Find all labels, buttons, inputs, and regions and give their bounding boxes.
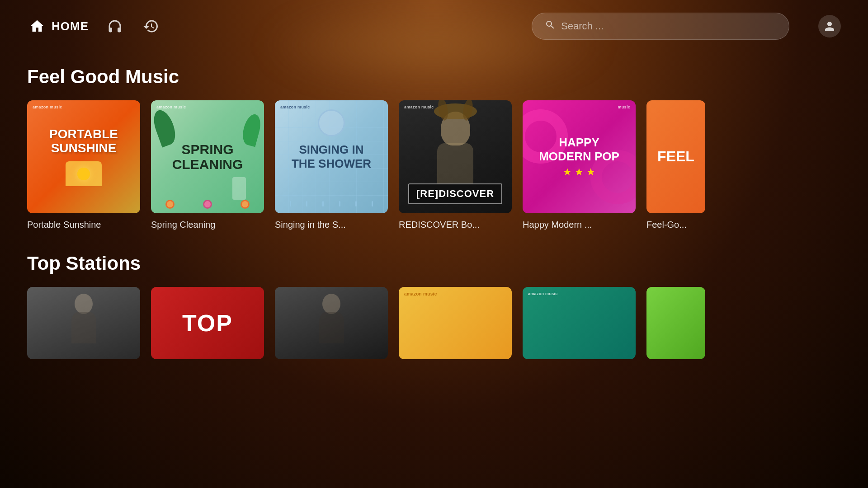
nav-home[interactable]: HOME [27,16,89,36]
card-shower[interactable]: amazon music SINGING INTHE SHOWER [275,100,388,230]
card-title-4: REDISCOVER Bo... [399,220,512,230]
rediscover-badge-text: [RE]DISCOVER [416,188,494,199]
headphones-icon[interactable] [105,16,125,36]
bottom-card-3[interactable] [275,287,388,359]
card-art-text-5: HAPPYMODERN POP [539,136,619,164]
search-bar[interactable]: Search ... [532,13,789,40]
card-title-6: Feel-Go... [646,220,705,230]
card-rediscover[interactable]: amazon music [399,100,512,230]
top-stations-section: Top Stations [0,253,868,359]
card-spring-cleaning[interactable]: amazon music SPRINGCLEANING [151,100,264,230]
top-stations-cards-row: TOP [27,287,841,359]
card-title-5: Happy Modern ... [523,220,636,230]
bc4-badge: amazon music [404,291,437,296]
profile-icon[interactable] [818,15,841,38]
card-title-2: Spring Cleaning [151,220,264,230]
card-stars-5: ★ ★ ★ [563,166,595,178]
home-icon [27,16,47,36]
top-label: TOP [182,310,233,337]
feel-good-cards-row: amazon music PORTABLESUNSHINE Portable S… [27,100,841,230]
feel-good-title: Feel Good Music [27,66,841,88]
card-feel-good-partial[interactable]: FEEL Feel-Go... [646,100,705,230]
card-art-text-1: PORTABLESUNSHINE [49,127,118,155]
card-art-text-6: FEEL [657,149,694,164]
bottom-card-5[interactable]: amazon music [523,287,636,359]
card-portable-sunshine[interactable]: amazon music PORTABLESUNSHINE Portable S… [27,100,140,230]
card-badge-1: amazon music [33,105,62,109]
bc5-badge: amazon music [528,291,558,296]
home-label: HOME [52,19,89,33]
card-art-text-2: SPRINGCLEANING [172,142,243,172]
bottom-card-6-partial[interactable] [646,287,705,359]
card-title-3: Singing in the S... [275,220,388,230]
bottom-card-top[interactable]: TOP [151,287,264,359]
card-art-text-3: SINGING INTHE SHOWER [292,143,371,171]
card-title-1: Portable Sunshine [27,220,140,230]
header: HOME Search ... [0,0,868,52]
card-badge-2: amazon music [156,105,186,109]
bottom-card-1[interactable] [27,287,140,359]
search-placeholder: Search ... [561,20,776,32]
feel-good-section: Feel Good Music amazon music PORTABLESUN… [0,66,868,230]
card-badge-4: amazon music [404,105,434,109]
card-badge-5: music [618,105,630,109]
card-happy-modern[interactable]: music HAPPYMODERN POP ★ ★ ★ Happy Modern… [523,100,636,230]
history-icon[interactable] [141,16,161,36]
search-icon [545,19,556,33]
top-stations-title: Top Stations [27,253,841,274]
bottom-card-4[interactable]: amazon music [399,287,512,359]
